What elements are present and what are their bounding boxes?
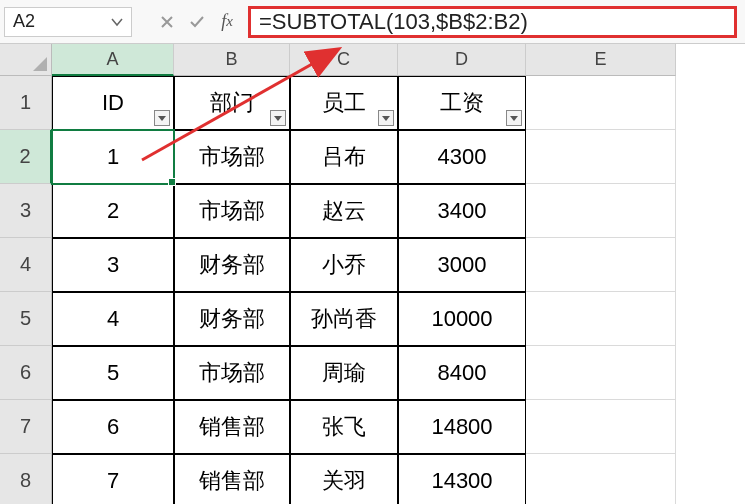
cell[interactable]	[526, 454, 676, 504]
cell[interactable]: 关羽	[290, 454, 398, 504]
cell[interactable]: 5	[52, 346, 174, 400]
cancel-button[interactable]	[152, 7, 182, 37]
header-label: 部门	[210, 88, 254, 118]
cell[interactable]: 14300	[398, 454, 526, 504]
header-label: 工资	[440, 88, 484, 118]
table-row: 7销售部关羽14300	[52, 454, 676, 504]
table-row: 6销售部张飞14800	[52, 400, 676, 454]
cell[interactable]: 4	[52, 292, 174, 346]
column-header-A[interactable]: A	[52, 44, 174, 76]
table-row: 1市场部吕布4300	[52, 130, 676, 184]
header-cell[interactable]: 工资	[398, 76, 526, 130]
row-header-5[interactable]: 5	[0, 292, 52, 346]
cell[interactable]: 销售部	[174, 400, 290, 454]
cell[interactable]	[526, 346, 676, 400]
accept-button[interactable]	[182, 7, 212, 37]
name-box-dropdown-icon[interactable]	[111, 14, 123, 30]
header-cell[interactable]: 员工	[290, 76, 398, 130]
cell[interactable]: 市场部	[174, 346, 290, 400]
cell[interactable]: 10000	[398, 292, 526, 346]
cell[interactable]: 小乔	[290, 238, 398, 292]
filter-dropdown-icon[interactable]	[378, 110, 394, 126]
cell[interactable]: 孙尚香	[290, 292, 398, 346]
cell[interactable]: 赵云	[290, 184, 398, 238]
row-header-8[interactable]: 8	[0, 454, 52, 504]
filter-dropdown-icon[interactable]	[154, 110, 170, 126]
row-header-1[interactable]: 1	[0, 76, 52, 130]
cell[interactable]: 市场部	[174, 184, 290, 238]
cell[interactable]	[526, 238, 676, 292]
row-header-3[interactable]: 3	[0, 184, 52, 238]
name-box[interactable]: A2	[4, 7, 132, 37]
table-row: 3财务部小乔3000	[52, 238, 676, 292]
cell[interactable]: 3400	[398, 184, 526, 238]
header-label: 员工	[322, 88, 366, 118]
cell[interactable]: 3	[52, 238, 174, 292]
cell[interactable]: 1	[52, 130, 174, 184]
row-headers: 12345678	[0, 76, 52, 504]
cell[interactable]: 2	[52, 184, 174, 238]
name-box-value: A2	[13, 11, 35, 32]
cell[interactable]	[526, 292, 676, 346]
cell[interactable]: 张飞	[290, 400, 398, 454]
header-cell[interactable]: 部门	[174, 76, 290, 130]
table-row: 2市场部赵云3400	[52, 184, 676, 238]
cell[interactable]	[526, 400, 676, 454]
filter-dropdown-icon[interactable]	[270, 110, 286, 126]
cell[interactable]: 4300	[398, 130, 526, 184]
cell[interactable]: 销售部	[174, 454, 290, 504]
cell[interactable]: 吕布	[290, 130, 398, 184]
cell[interactable]	[526, 184, 676, 238]
header-label: ID	[102, 90, 124, 116]
cell[interactable]: 6	[52, 400, 174, 454]
cell[interactable]: 7	[52, 454, 174, 504]
formula-input[interactable]: =SUBTOTAL(103,$B$2:B2)	[248, 6, 737, 38]
table-row: 5市场部周瑜8400	[52, 346, 676, 400]
cell[interactable]: 14800	[398, 400, 526, 454]
select-all-button[interactable]	[0, 44, 52, 76]
insert-function-button[interactable]: fx	[212, 7, 242, 37]
cell[interactable]	[526, 76, 676, 130]
header-cell[interactable]: ID	[52, 76, 174, 130]
column-header-B[interactable]: B	[174, 44, 290, 76]
cells-grid: ID部门员工工资1市场部吕布43002市场部赵云34003财务部小乔30004财…	[52, 76, 676, 504]
row-header-6[interactable]: 6	[0, 346, 52, 400]
table-row: 4财务部孙尚香10000	[52, 292, 676, 346]
cell[interactable]: 财务部	[174, 292, 290, 346]
formula-text: =SUBTOTAL(103,$B$2:B2)	[259, 9, 528, 35]
cell[interactable]: 财务部	[174, 238, 290, 292]
column-header-C[interactable]: C	[290, 44, 398, 76]
formula-bar: A2 fx =SUBTOTAL(103,$B$2:B2)	[0, 0, 745, 44]
filter-dropdown-icon[interactable]	[506, 110, 522, 126]
column-header-D[interactable]: D	[398, 44, 526, 76]
cell[interactable]: 市场部	[174, 130, 290, 184]
row-header-4[interactable]: 4	[0, 238, 52, 292]
row-header-2[interactable]: 2	[0, 130, 52, 184]
column-header-E[interactable]: E	[526, 44, 676, 76]
cell[interactable]	[526, 130, 676, 184]
column-headers: ABCDE	[52, 44, 676, 76]
cell[interactable]: 3000	[398, 238, 526, 292]
cell[interactable]: 8400	[398, 346, 526, 400]
row-header-7[interactable]: 7	[0, 400, 52, 454]
cell[interactable]: 周瑜	[290, 346, 398, 400]
